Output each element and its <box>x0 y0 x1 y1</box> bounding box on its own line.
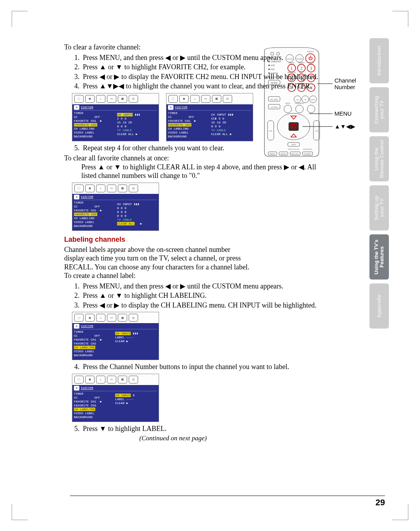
clear-fav-step5: Repeat step 4 for other channels you wan… <box>64 144 329 153</box>
osd-tab-icon: ▦ <box>118 95 127 103</box>
crop-mark <box>392 11 408 27</box>
osd-tab-icon: ▭ <box>107 314 116 322</box>
step: Press ▼ to highlight LABEL. <box>81 424 329 433</box>
clear-fav-steps: Press MENU, and then press ◀ or ▶ until … <box>64 53 329 91</box>
side-tab: Setting up your TV <box>369 185 389 230</box>
osd-screenshot: ⬚◉♨▭▦◎⚙CUSTOMTIMERCC OFFFAVORITE CH1 ▶FA… <box>72 183 159 231</box>
osd-tab-icon: ▭ <box>107 376 116 383</box>
osd-tab-icon: ♨ <box>96 314 105 322</box>
osd-tab-icon: ▦ <box>118 314 127 322</box>
osd-row-4: ⬚◉♨▭▦◎⚙CUSTOMTIMERCC OFFFAVORITE CH1 ▶FA… <box>72 374 329 422</box>
remote-label-channel: Channel Number <box>334 77 373 90</box>
labeling-steps: Press MENU, and then press ◀ or ▶ until … <box>64 282 329 310</box>
osd-row-3: ⬚◉♨▭▦◎⚙CUSTOMTIMERCC OFFFAVORITE CH1 ▶FA… <box>72 312 329 360</box>
osd-tab-icon: ▦ <box>118 376 127 383</box>
osd-tab-icon: ◉ <box>179 95 189 103</box>
labeling-para: Channel labels appear above the on-scree… <box>64 245 251 272</box>
clear-all-intro: To clear all favorite channels at once: <box>64 154 329 163</box>
step: Press MENU, and then press ◀ or ▶ until … <box>81 282 329 291</box>
osd-tab-icon: ⬚ <box>168 95 178 103</box>
continued: (Continued on next page) <box>80 434 266 442</box>
step: Repeat step 4 for other channels you wan… <box>81 144 329 153</box>
osd-tab-icon: ♨ <box>96 376 105 383</box>
osd-tab-icon: ♨ <box>190 95 200 103</box>
step: Press ▲▼▶◀ to highlight the channel you … <box>81 82 329 91</box>
remote-label-menu: MENU <box>334 110 352 117</box>
osd-tab-icon: ▦ <box>118 185 127 192</box>
labeling-step4: Press the Channel Number buttons to inpu… <box>64 362 329 371</box>
crop-mark <box>12 11 28 27</box>
step: Press ▲ or ▼ to highlight CH LABELING. <box>81 291 329 300</box>
osd-tab-icon: ◉ <box>85 185 94 192</box>
osd-screenshot: ⬚◉♨▭▦◎⚙CUSTOMTIMERCC OFFFAVORITE CH1 ▶FA… <box>72 93 159 141</box>
step: Press ◀ or ▶ to display the FAVORITE CH2… <box>81 72 329 81</box>
clear-all-body: Press ▲ or ▼ to highlight CLEAR ALL in s… <box>64 163 329 180</box>
osd-tab-icon: ◉ <box>85 95 94 103</box>
osd-tab-icon: ◎ <box>223 95 232 103</box>
step: Press ◀ or ▶ to display the CH LABELING … <box>81 301 329 310</box>
osd-tab-icon: ▭ <box>107 185 116 192</box>
clear-fav-intro: To clear a favorite channel: <box>64 43 329 52</box>
step: Press the Channel Number buttons to inpu… <box>81 362 329 371</box>
page-number: 29 <box>376 498 385 508</box>
labeling-step5: Press ▼ to highlight LABEL. <box>64 424 329 433</box>
page-content: To clear a favorite channel: Press MENU,… <box>64 43 329 442</box>
labeling-intro: To create a channel label: <box>64 271 329 280</box>
osd-screenshot: ⬚◉♨▭▦◎⚙CUSTOMTIMERCC OFFFAVORITE CH1 ▶FA… <box>72 374 159 422</box>
osd-tab-icon: ◉ <box>85 376 94 383</box>
osd-tab-icon: ⬚ <box>74 376 84 383</box>
step: Press ▲ or ▼ to highlight FAVORITE CH2, … <box>81 63 329 72</box>
osd-tab-icon: ◉ <box>85 314 94 322</box>
page-rule <box>70 496 385 496</box>
osd-tab-icon: ⬚ <box>74 95 84 103</box>
osd-tab-icon: ◎ <box>129 376 138 383</box>
crop-mark <box>392 504 408 520</box>
osd-row-2: ⬚◉♨▭▦◎⚙CUSTOMTIMERCC OFFFAVORITE CH1 ▶FA… <box>72 183 329 231</box>
osd-tab-icon: ▭ <box>107 95 116 103</box>
osd-row-1: ⬚◉♨▭▦◎⚙CUSTOMTIMERCC OFFFAVORITE CH1 ▶FA… <box>72 93 329 141</box>
osd-tab-icon: ♨ <box>96 185 105 192</box>
remote-label-arrows: ▲▼◀▶ <box>334 123 355 130</box>
osd-screenshot: ⬚◉♨▭▦◎⚙CUSTOMTIMERCC OFFFAVORITE CH1 ▶FA… <box>166 93 253 141</box>
osd-tab-icon: ◎ <box>129 314 138 322</box>
osd-screenshot: ⬚◉♨▭▦◎⚙CUSTOMTIMERCC OFFFAVORITE CH1 ▶FA… <box>72 312 159 360</box>
crop-mark <box>12 504 28 520</box>
osd-tab-icon: ▭ <box>201 95 210 103</box>
osd-tab-icon: ⬚ <box>74 314 84 322</box>
step: Press MENU, and then press ◀ or ▶ until … <box>81 53 329 62</box>
osd-tab-icon: ⬚ <box>74 185 84 192</box>
osd-tab-icon: ◎ <box>129 95 138 103</box>
side-tab: Appendix <box>369 283 389 329</box>
osd-tab-icon: ▦ <box>212 95 221 103</box>
labeling-head: Labeling channels <box>64 236 329 244</box>
osd-tab-icon: ◎ <box>129 185 138 192</box>
osd-tab-icon: ♨ <box>96 95 105 103</box>
side-tab: Using the TV's Features <box>369 234 389 280</box>
